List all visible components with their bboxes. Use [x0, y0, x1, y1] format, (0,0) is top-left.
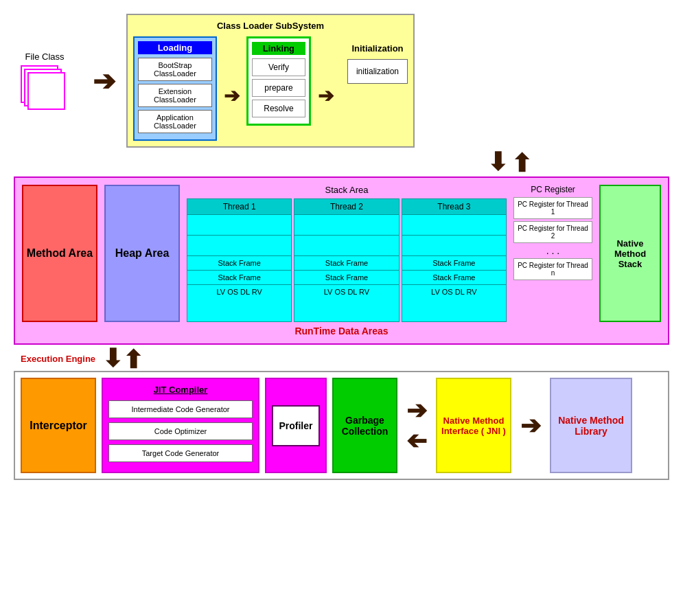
loading-to-linking-arrow: ➔: [224, 84, 240, 107]
thread-2-frame-1: Stack Frame: [294, 256, 398, 271]
profiler-inner: Profiler: [272, 405, 320, 446]
arrow-down-1: ⬇: [487, 150, 508, 174]
loading-box: Loading BootStrap ClassLoader Extension …: [133, 36, 217, 141]
top-section: File Class ➔ Class Loader SubSystem Load…: [21, 14, 676, 148]
classloader-to-runtime-arrows: ⬇ ⬇: [343, 150, 676, 174]
arrow-down-2: ⬇: [102, 346, 123, 371]
extension-classloader: Extension ClassLoader: [138, 84, 212, 107]
thread-3-empty-2: [402, 236, 506, 256]
thread-1-frame-2: Stack Frame: [187, 271, 291, 285]
thread-col-1: Thread 1 Stack Frame Stack Frame LV OS D…: [187, 198, 292, 322]
thread-2-lv: LV OS DL RV: [294, 285, 398, 299]
initialization-section: Initialization initialization: [347, 43, 408, 84]
linking-to-init-arrow: ➔: [318, 84, 334, 107]
class-loader-inner: Loading BootStrap ClassLoader Extension …: [133, 36, 408, 141]
jit-item-1: Intermediate Code Generator: [108, 400, 253, 418]
interceptor-box: Interceptor: [21, 378, 96, 473]
resolve-item: Resolve: [252, 100, 305, 117]
linking-box: Linking Verify prepare Resolve: [246, 36, 311, 126]
thread-col-2: Thread 2 Stack Frame Stack Frame LV OS D…: [294, 198, 399, 322]
thread-3-frame-1: Stack Frame: [402, 256, 506, 271]
file-class-group: File Class: [21, 52, 69, 110]
file-stack: [21, 65, 69, 110]
file-class-label: File Class: [25, 52, 64, 62]
pc-dots: . . .: [513, 245, 592, 256]
thread-2-header: Thread 2: [294, 199, 398, 215]
verify-item: Verify: [252, 58, 305, 76]
thread-3-frame-2: Stack Frame: [402, 271, 506, 285]
execution-box: Interceptor JIT Compiler Intermediate Co…: [14, 371, 669, 480]
runtime-inner: Method Area Heap Area Stack Area Thread …: [22, 185, 661, 322]
linking-title: Linking: [252, 42, 305, 55]
thread-1-empty-1: [187, 215, 291, 236]
pc-register-thread-n: PC Register for Thread n: [513, 258, 592, 280]
thread-3-empty-1: [402, 215, 506, 236]
gc-to-nmi-right-arrow: ➔: [406, 398, 427, 423]
pc-register-thread-2: PC Register for Thread 2: [513, 221, 592, 243]
thread-2-frame-2: Stack Frame: [294, 271, 398, 285]
pc-register-thread-1: PC Register for Thread 1: [513, 197, 592, 219]
stack-area-title: Stack Area: [187, 185, 507, 195]
jit-title: JIT Compiler: [108, 385, 253, 395]
pc-register-title: PC Register: [513, 185, 592, 194]
runtime-to-exec-arrows-row: Execution Engine ⬇ ⬇: [21, 346, 676, 371]
thread-3-header: Thread 3: [402, 199, 506, 215]
garbage-collection-box: Garbage Collection: [332, 378, 397, 473]
arrow-up-2: ⬇: [123, 346, 143, 371]
jit-item-2: Code Optimizer: [108, 422, 253, 440]
nmi-to-gc-left-arrow: ➔: [406, 429, 427, 453]
jit-item-3: Target Code Generator: [108, 444, 253, 462]
native-method-library-box: Native Method Library: [550, 378, 632, 473]
heap-area-box: Heap Area: [104, 185, 180, 322]
loading-title: Loading: [138, 41, 212, 54]
class-loader-title: Class Loader SubSystem: [133, 21, 408, 31]
stack-area-section: Stack Area Thread 1 Stack Frame Stack Fr…: [187, 185, 507, 322]
main-diagram: File Class ➔ Class Loader SubSystem Load…: [0, 0, 683, 616]
runtime-title: RunTime Data Areas: [22, 326, 661, 336]
native-method-stack-box: Native Method Stack: [599, 185, 661, 322]
prepare-item: prepare: [252, 79, 305, 97]
thread-1-empty-2: [187, 236, 291, 256]
file-to-classloader-arrow: ➔: [93, 67, 116, 95]
execution-engine-label: Execution Engine: [21, 354, 95, 364]
jit-compiler-box: JIT Compiler Intermediate Code Generator…: [102, 378, 259, 473]
method-area-box: Method Area: [22, 185, 97, 322]
profiler-box: Profiler: [265, 378, 327, 473]
nmi-to-nml-arrows: ➔: [520, 378, 541, 473]
thread-1-lv: LV OS DL RV: [187, 285, 291, 299]
runtime-box: Method Area Heap Area Stack Area Thread …: [14, 176, 669, 345]
stack-threads: Thread 1 Stack Frame Stack Frame LV OS D…: [187, 198, 507, 322]
class-loader-box: Class Loader SubSystem Loading BootStrap…: [126, 14, 415, 148]
arrow-up-1: ⬇: [511, 150, 532, 174]
thread-1-frame-1: Stack Frame: [187, 256, 291, 271]
thread-1-header: Thread 1: [187, 199, 291, 215]
pc-register-section: PC Register PC Register for Thread 1 PC …: [513, 185, 592, 322]
nmi-to-nml-arrow: ➔: [520, 413, 541, 438]
thread-2-empty-2: [294, 236, 398, 256]
gc-to-nmi-arrows: ➔ ➔: [406, 378, 427, 473]
file-page-3: [27, 72, 65, 110]
init-box: initialization: [347, 59, 408, 84]
init-title: Initialization: [351, 43, 403, 54]
thread-col-3: Thread 3 Stack Frame Stack Frame LV OS D…: [402, 198, 507, 322]
application-classloader: Application ClassLoader: [138, 110, 212, 133]
thread-2-empty-1: [294, 215, 398, 236]
thread-3-lv: LV OS DL RV: [402, 285, 506, 299]
native-method-interface-box: Native Method Interface ( JNI ): [436, 378, 511, 473]
bootstrap-classloader: BootStrap ClassLoader: [138, 58, 212, 81]
